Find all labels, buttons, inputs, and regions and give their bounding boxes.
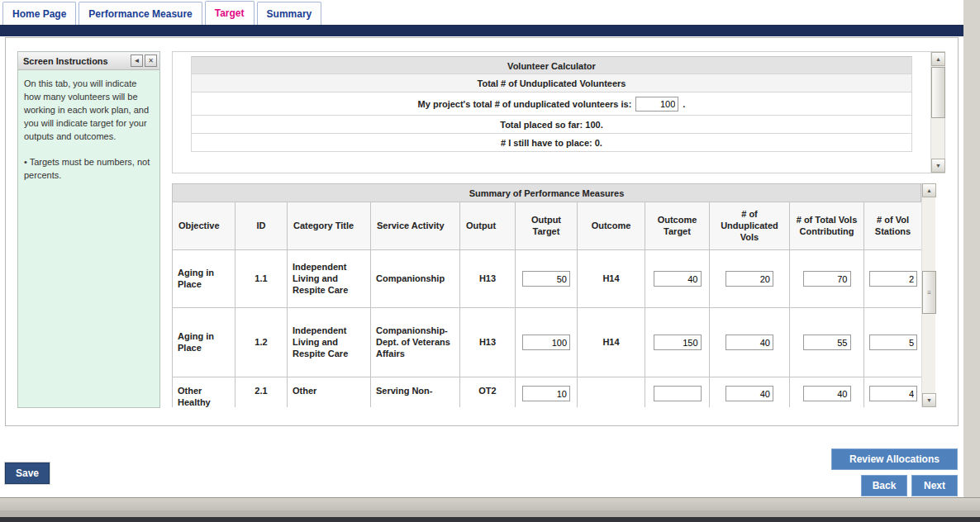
objective-cell: Other Healthy bbox=[173, 377, 235, 407]
table-scrollbar-thumb[interactable]: ≡ bbox=[922, 271, 936, 314]
category-title-cell: Independent Living and Respite Care bbox=[288, 250, 371, 308]
window-bottom-edge bbox=[0, 510, 980, 517]
outcome-target-cell bbox=[645, 250, 710, 308]
save-button[interactable]: Save bbox=[5, 463, 50, 484]
next-button[interactable]: Next bbox=[911, 475, 958, 496]
collapse-panel-button[interactable]: ◄ bbox=[131, 55, 143, 67]
output-target-cell bbox=[516, 377, 578, 407]
table-row: Other Healthy 2.1 Other Serving Non- OT2 bbox=[173, 377, 922, 407]
total-vols-cell bbox=[790, 250, 864, 308]
output-target-input[interactable] bbox=[522, 271, 570, 287]
screen-instructions-body: On this tab, you will indicate how many … bbox=[18, 70, 159, 190]
unduplicated-volunteers-label: My project's total # of unduplicated vol… bbox=[418, 99, 632, 109]
category-title-cell: Other bbox=[288, 377, 371, 407]
total-vols-input[interactable] bbox=[803, 271, 851, 287]
service-activity-cell: Companionship bbox=[371, 250, 460, 308]
output-target-input[interactable] bbox=[522, 335, 570, 350]
performance-measures-table: Objective ID Category Title Service Acti… bbox=[172, 202, 921, 407]
tab-target[interactable]: Target bbox=[205, 1, 255, 25]
outcome-cell: H14 bbox=[578, 308, 645, 377]
performance-measures-panel: Summary of Performance Measures Objectiv… bbox=[172, 183, 935, 407]
table-scrollbar[interactable]: ▲ ≡ ▼ bbox=[921, 183, 935, 407]
thumb-grip-icon: ≡ bbox=[927, 289, 931, 297]
total-vols-input[interactable] bbox=[803, 335, 851, 350]
col-header-objective: Objective bbox=[173, 202, 235, 250]
col-header-output: Output bbox=[460, 202, 516, 250]
summary-table-title: Summary of Performance Measures bbox=[172, 183, 921, 202]
screen-instructions-panel: Screen Instructions ◄ ✕ On this tab, you… bbox=[17, 51, 160, 408]
output-cell: OT2 bbox=[460, 377, 516, 407]
unduplicated-vols-input[interactable] bbox=[725, 271, 773, 287]
output-cell: H13 bbox=[460, 250, 516, 308]
id-cell: 2.1 bbox=[235, 377, 288, 407]
review-allocations-button[interactable]: Review Allocations bbox=[831, 448, 958, 470]
total-vols-input[interactable] bbox=[803, 386, 851, 401]
outcome-target-input[interactable] bbox=[654, 271, 702, 287]
back-button[interactable]: Back bbox=[861, 475, 907, 496]
outcome-target-cell bbox=[645, 308, 710, 377]
calculator-subtitle: Total # of Unduplicated Volunteers bbox=[191, 74, 912, 93]
tab-home-page[interactable]: Home Page bbox=[2, 2, 76, 25]
col-header-outcome: Outcome bbox=[578, 202, 645, 250]
scroll-up-icon[interactable]: ▲ bbox=[922, 183, 936, 197]
vol-stations-cell bbox=[864, 250, 922, 308]
col-header-id: ID bbox=[235, 202, 288, 250]
window-bottom-border bbox=[0, 517, 980, 522]
calculator-input-row: My project's total # of unduplicated vol… bbox=[191, 93, 912, 116]
col-header-unduplicated-vols: # of Unduplicated Vols bbox=[710, 202, 790, 250]
category-title-cell: Independent Living and Respite Care bbox=[288, 308, 371, 377]
close-icon: ✕ bbox=[148, 57, 154, 64]
performance-measures-scroll-view: Summary of Performance Measures Objectiv… bbox=[172, 183, 921, 407]
vol-stations-input[interactable] bbox=[869, 386, 917, 401]
scroll-down-icon[interactable]: ▼ bbox=[931, 159, 945, 173]
output-target-cell bbox=[516, 308, 578, 377]
unduplicated-vols-input[interactable] bbox=[725, 386, 773, 401]
instructions-note: • Targets must be numbers, not percents. bbox=[24, 156, 154, 183]
content-area: Screen Instructions ◄ ✕ On this tab, you… bbox=[5, 37, 959, 426]
volunteer-calculator-content: Volunteer Calculator Total # of Unduplic… bbox=[173, 52, 930, 173]
scroll-up-icon[interactable]: ▲ bbox=[931, 52, 945, 66]
label-period: . bbox=[683, 99, 685, 109]
unduplicated-vols-input[interactable] bbox=[725, 335, 773, 350]
service-activity-cell: Serving Non- bbox=[371, 377, 460, 407]
col-header-total-vols-contributing: # of Total Vols Contributing bbox=[790, 202, 864, 250]
vol-stations-input[interactable] bbox=[869, 335, 917, 350]
table-header-row: Objective ID Category Title Service Acti… bbox=[173, 202, 922, 250]
calculator-scrollbar[interactable]: ▲ ▼ bbox=[930, 52, 944, 173]
unduplicated-volunteers-input[interactable] bbox=[635, 97, 678, 112]
table-row: Aging in Place 1.2 Independent Living an… bbox=[173, 308, 922, 377]
scroll-down-icon[interactable]: ▼ bbox=[922, 393, 936, 407]
close-panel-button[interactable]: ✕ bbox=[145, 55, 157, 67]
collapse-arrow-icon: ◄ bbox=[134, 57, 140, 64]
col-header-category-title: Category Title bbox=[288, 202, 371, 250]
output-target-input[interactable] bbox=[522, 386, 570, 401]
total-placed-text: Total placed so far: 100. bbox=[191, 116, 912, 134]
tab-performance-measure[interactable]: Performance Measure bbox=[78, 2, 202, 25]
service-activity-cell: Companionship-Dept. of Veterans Affairs bbox=[371, 308, 460, 377]
screen-instructions-title: Screen Instructions bbox=[23, 56, 129, 66]
outcome-target-input[interactable] bbox=[654, 335, 702, 350]
tab-bar: Home Page Performance Measure Target Sum… bbox=[0, 0, 963, 25]
output-target-cell bbox=[516, 250, 578, 308]
col-header-vol-stations: # of Vol Stations bbox=[864, 202, 922, 250]
tab-summary[interactable]: Summary bbox=[257, 2, 322, 25]
table-row: Aging in Place 1.1 Independent Living an… bbox=[173, 250, 922, 308]
unduplicated-vols-cell bbox=[710, 377, 790, 407]
vol-stations-input[interactable] bbox=[869, 271, 917, 287]
calculator-title: Volunteer Calculator bbox=[191, 56, 912, 74]
outcome-cell: H14 bbox=[578, 250, 645, 308]
instructions-text: On this tab, you will indicate how many … bbox=[24, 78, 154, 144]
col-header-service-activity: Service Activity bbox=[371, 202, 460, 250]
total-vols-cell bbox=[790, 377, 864, 407]
outcome-target-cell bbox=[645, 377, 710, 407]
unduplicated-vols-cell bbox=[710, 250, 790, 308]
id-cell: 1.1 bbox=[235, 250, 288, 308]
outcome-target-input[interactable] bbox=[654, 386, 702, 401]
window-right-edge bbox=[963, 0, 980, 522]
col-header-outcome-target: Outcome Target bbox=[645, 202, 710, 250]
calculator-scrollbar-thumb[interactable] bbox=[931, 67, 945, 118]
output-cell: H13 bbox=[460, 308, 516, 377]
col-header-output-target: Output Target bbox=[516, 202, 578, 250]
volunteer-calculator-panel: Volunteer Calculator Total # of Unduplic… bbox=[172, 51, 945, 173]
unduplicated-vols-cell bbox=[710, 308, 790, 377]
